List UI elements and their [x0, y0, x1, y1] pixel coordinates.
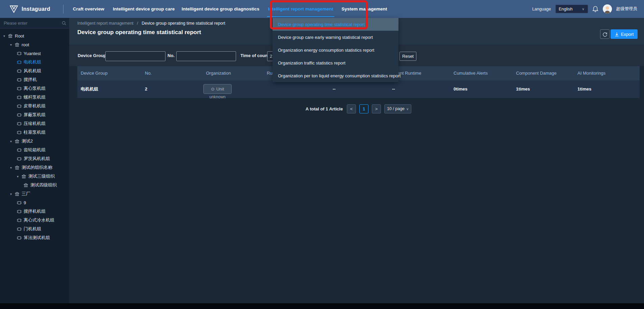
- report-menu-item[interactable]: Device group care early warning statisti…: [273, 31, 398, 44]
- next-page-button[interactable]: >: [372, 104, 381, 113]
- tree-item[interactable]: ▾ 压缩机机组: [0, 119, 69, 128]
- tree-item[interactable]: ▾ 齿轮箱机组: [0, 146, 69, 154]
- tree-item-label: 螺杆泵机组: [24, 94, 46, 100]
- device-group-icon: [17, 69, 23, 73]
- breadcrumb-parent[interactable]: Intelligent report management: [77, 21, 133, 26]
- nav-item-label: Intelligent device group diagnostics: [182, 6, 259, 11]
- table-column-header: Device Group: [81, 66, 107, 80]
- organization-icon: [22, 174, 28, 179]
- tree-item[interactable]: ▾ 风机机组: [0, 67, 69, 75]
- table-cell: 电机机组: [81, 80, 98, 98]
- pagination-total: A total of 1 Article: [306, 106, 343, 111]
- tree-item-label: 搅拌机机组: [24, 208, 46, 214]
- expand-toggle-icon[interactable]: ▾: [3, 34, 8, 38]
- tree-item-label: Yuantest: [24, 51, 41, 56]
- tree-item[interactable]: ▾ 离心泵机组: [0, 84, 69, 93]
- user-avatar[interactable]: [603, 4, 612, 14]
- table-column-header: No.: [145, 66, 152, 80]
- tree-item[interactable]: ▾ 搅拌机: [0, 75, 69, 84]
- device-group-icon: [17, 227, 23, 231]
- topbar-nav-item[interactable]: Intelligent device group care: [109, 0, 179, 18]
- tree-item-label: 电机机组: [24, 59, 41, 65]
- organization-icon: [15, 43, 21, 47]
- tree-item[interactable]: ▾ 三厂: [0, 189, 69, 198]
- device-group-icon: [17, 113, 23, 117]
- notification-bell-icon[interactable]: [592, 6, 598, 12]
- device-group-icon: [17, 218, 23, 222]
- tree-item-label: 测试2: [22, 138, 33, 144]
- tree-item-label: 风机机组: [24, 68, 41, 74]
- unit-button[interactable]: ⊙ Unit: [203, 84, 232, 94]
- expand-toggle-icon[interactable]: ▾: [10, 43, 15, 47]
- topbar-nav: Craft overview Intelligent device group …: [68, 0, 390, 18]
- report-menu-dropdown: Device group operating time statistical …: [273, 18, 398, 82]
- tree-item-label: 搅拌机: [24, 77, 37, 83]
- topbar-right: Language English ∨ 超级管理员: [532, 4, 644, 14]
- tree-item[interactable]: ▾ 测试四级组织: [0, 181, 69, 189]
- tree-item-label: 罗茨风机机组: [24, 156, 50, 162]
- tree-item[interactable]: ▾ 螺杆泵机组: [0, 93, 69, 102]
- device-group-icon: [17, 122, 23, 126]
- export-button[interactable]: Export: [611, 29, 638, 39]
- language-select[interactable]: English ∨: [556, 5, 588, 13]
- topbar-nav-item[interactable]: System management: [339, 0, 390, 18]
- expand-toggle-icon[interactable]: ▾: [17, 175, 22, 178]
- tree-item[interactable]: ▾ 屏蔽泵机组: [0, 110, 69, 119]
- tree-item[interactable]: ▾ Yuantest: [0, 49, 69, 58]
- time-of-count-label: Time of count: [240, 53, 269, 58]
- device-group-icon: [17, 157, 23, 161]
- tree-item[interactable]: ▾ 测试2: [0, 137, 69, 146]
- expand-toggle-icon[interactable]: ▾: [10, 166, 15, 170]
- chevron-down-icon: ∨: [582, 7, 584, 11]
- topbar-nav-item[interactable]: Intelligent device group diagnostics: [179, 0, 262, 18]
- report-menu-item[interactable]: Device group operating time statistical …: [273, 18, 398, 31]
- tree-item[interactable]: ▾ 搅拌机机组: [0, 207, 69, 216]
- language-label: Language: [532, 7, 551, 11]
- tree-item[interactable]: ▾ 9: [0, 198, 69, 207]
- expand-toggle-icon[interactable]: ▾: [10, 139, 15, 143]
- table-column-header: AI Monitorings: [577, 66, 606, 80]
- table-column-header: Organization: [206, 66, 231, 80]
- user-name[interactable]: 超级管理员: [616, 6, 638, 12]
- report-menu-item[interactable]: Organization per ton liquid energy consu…: [273, 69, 398, 82]
- tree-item[interactable]: ▾ root: [0, 40, 69, 49]
- breadcrumb-separator: /: [137, 21, 138, 26]
- tree-item[interactable]: ▾ 皮带机机组: [0, 102, 69, 110]
- report-menu-item-label: Organization traffic statistics report: [278, 60, 345, 66]
- no-filter-label: No.: [168, 53, 175, 58]
- topbar-nav-item[interactable]: Craft overview: [68, 0, 109, 18]
- download-icon: [615, 32, 619, 36]
- page-number-button[interactable]: 1: [359, 104, 368, 113]
- tree-item[interactable]: ▾ 测试的组织名称: [0, 163, 69, 172]
- search-icon: [62, 21, 66, 25]
- device-group-filter-input[interactable]: [105, 51, 165, 61]
- prev-page-button[interactable]: <: [347, 104, 356, 113]
- device-group-icon: [17, 52, 23, 55]
- active-tab-underline: [267, 16, 334, 17]
- sidebar-search-row: [0, 18, 69, 29]
- reset-button[interactable]: Reset: [400, 52, 416, 61]
- report-menu-item[interactable]: Organization traffic statistics report: [273, 56, 398, 69]
- tree-item-label: 离心式冷水机组: [24, 217, 54, 223]
- tree-item[interactable]: ▾ 门机机组: [0, 225, 69, 233]
- table-cell: 2: [145, 80, 147, 98]
- report-menu-item[interactable]: Organization energy consumption statisti…: [273, 44, 398, 56]
- tree-item[interactable]: ▾ 罗茨风机机组: [0, 154, 69, 163]
- tree-item[interactable]: ▾ Root: [0, 31, 69, 40]
- organization-icon: [15, 192, 21, 196]
- tree-item[interactable]: ▾ 测试三级组织: [0, 172, 69, 181]
- tree-item[interactable]: ▾ 柱塞泵机组: [0, 128, 69, 137]
- table-row[interactable]: 电机机组2Root/root----0times1times1times ⊙ U…: [77, 80, 640, 98]
- expand-toggle-icon[interactable]: ▾: [10, 192, 15, 196]
- refresh-button[interactable]: [600, 29, 610, 39]
- tree-item[interactable]: ▾ 算法测试机组: [0, 233, 69, 242]
- tree-item-label: 算法测试机组: [24, 235, 50, 241]
- search-input[interactable]: [3, 21, 62, 26]
- tree-item-label: Root: [15, 33, 24, 38]
- tree-item-label: 测试的组织名称: [22, 164, 52, 171]
- no-filter-input[interactable]: [176, 51, 236, 61]
- page-size-select[interactable]: 10 / page ∨: [384, 104, 411, 113]
- topbar-nav-item[interactable]: Intelligent report management: [262, 0, 339, 18]
- tree-item[interactable]: ▾ 电机机组: [0, 58, 69, 67]
- tree-item[interactable]: ▾ 离心式冷水机组: [0, 216, 69, 225]
